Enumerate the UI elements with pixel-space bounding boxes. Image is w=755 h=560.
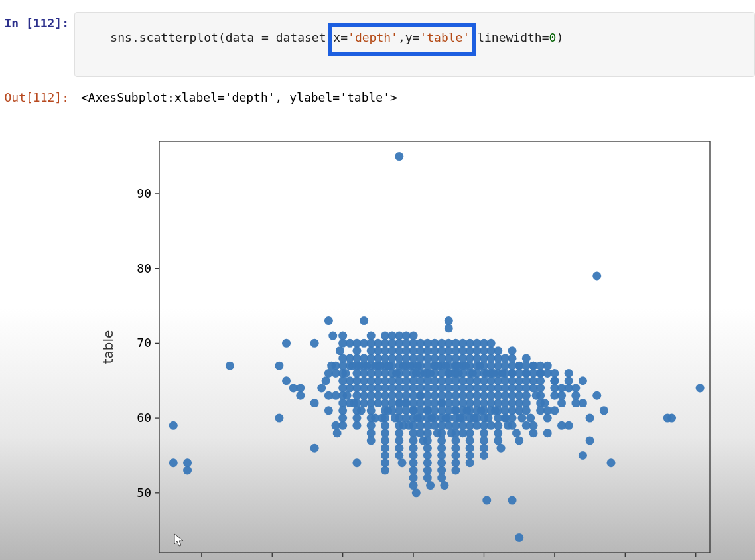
data-point — [226, 362, 234, 370]
data-point — [526, 414, 535, 423]
y-tick-label: 80 — [137, 261, 151, 275]
data-point — [381, 466, 389, 475]
data-point — [423, 474, 432, 482]
data-point — [696, 384, 705, 393]
out-prompt: Out[112]: — [0, 86, 74, 108]
data-point — [169, 421, 178, 430]
data-point — [367, 406, 376, 415]
data-point — [367, 421, 376, 430]
data-point — [412, 488, 421, 497]
data-point — [557, 391, 566, 400]
y-tick-label: 50 — [137, 486, 151, 500]
data-point — [310, 444, 319, 453]
data-point — [423, 444, 432, 453]
data-point — [409, 481, 418, 490]
data-point — [338, 332, 347, 340]
data-point — [352, 421, 361, 430]
data-point — [183, 458, 192, 467]
data-point — [333, 429, 342, 437]
data-point — [324, 406, 333, 415]
in-prompt: In [112]: — [0, 12, 74, 34]
data-point — [466, 444, 474, 453]
data-point — [341, 369, 350, 378]
code-token: data — [226, 31, 254, 44]
data-point — [543, 362, 552, 370]
data-point — [395, 436, 403, 445]
data-point — [522, 406, 531, 415]
code-cell[interactable]: sns.scatterplot(data = dataset,x='depth'… — [74, 12, 755, 77]
cursor-icon — [174, 533, 186, 548]
data-point — [423, 466, 432, 475]
data-point — [494, 346, 502, 355]
code-token: ) — [556, 31, 563, 44]
code-token: dataset — [276, 31, 326, 44]
data-point — [592, 391, 601, 400]
data-point — [667, 414, 676, 423]
data-point — [550, 406, 559, 415]
data-point — [338, 414, 347, 423]
data-point — [445, 316, 453, 325]
data-point — [409, 474, 418, 482]
data-point — [579, 399, 587, 407]
data-point — [484, 414, 492, 423]
data-point — [466, 429, 474, 437]
data-point — [275, 362, 283, 370]
data-point — [557, 399, 566, 407]
data-point — [451, 451, 460, 460]
data-point — [183, 466, 192, 475]
code-token: y — [405, 31, 413, 44]
data-point — [357, 406, 366, 415]
data-point — [508, 414, 517, 423]
data-point — [571, 391, 580, 400]
data-point — [454, 362, 463, 370]
y-tick-label: 60 — [137, 411, 151, 425]
data-point — [352, 458, 361, 467]
data-point — [381, 421, 389, 430]
scatter-plot: 45505560657075805060708090depthtable — [80, 128, 755, 560]
data-point — [600, 406, 608, 415]
data-point — [451, 436, 460, 445]
data-point — [296, 391, 305, 400]
data-point — [480, 451, 488, 460]
code-token: ( — [218, 31, 226, 44]
data-point — [543, 414, 552, 423]
data-point — [409, 451, 418, 460]
data-point — [550, 369, 559, 378]
y-axis-label: table — [100, 330, 116, 364]
data-point — [508, 346, 517, 355]
data-point — [437, 436, 446, 445]
data-point — [550, 376, 559, 385]
data-point — [423, 436, 432, 445]
data-point — [437, 451, 446, 460]
plot-svg: 45505560657075805060708090depthtable — [80, 128, 730, 560]
data-point — [381, 429, 389, 437]
data-point — [338, 406, 347, 415]
data-point — [352, 414, 361, 423]
data-point — [395, 429, 403, 437]
data-point — [317, 384, 326, 393]
data-point — [437, 429, 446, 437]
data-point — [310, 399, 319, 407]
data-point — [395, 152, 403, 161]
data-point — [423, 429, 432, 437]
data-point — [586, 436, 594, 445]
data-point — [515, 436, 523, 445]
data-point — [282, 376, 291, 385]
code-token: linewidth — [477, 31, 542, 44]
data-point — [336, 346, 344, 355]
data-point — [437, 466, 446, 475]
data-point — [445, 324, 453, 332]
data-point — [536, 376, 545, 385]
data-point — [529, 429, 537, 437]
code-token: , — [326, 31, 334, 44]
data-point — [522, 399, 531, 407]
code-token: = — [254, 31, 276, 44]
data-point — [522, 354, 531, 362]
data-point — [592, 271, 601, 280]
data-point — [352, 346, 361, 355]
data-point — [437, 444, 446, 453]
data-point — [381, 444, 389, 453]
data-point — [512, 429, 521, 437]
data-point — [482, 496, 491, 505]
data-point — [515, 533, 523, 542]
